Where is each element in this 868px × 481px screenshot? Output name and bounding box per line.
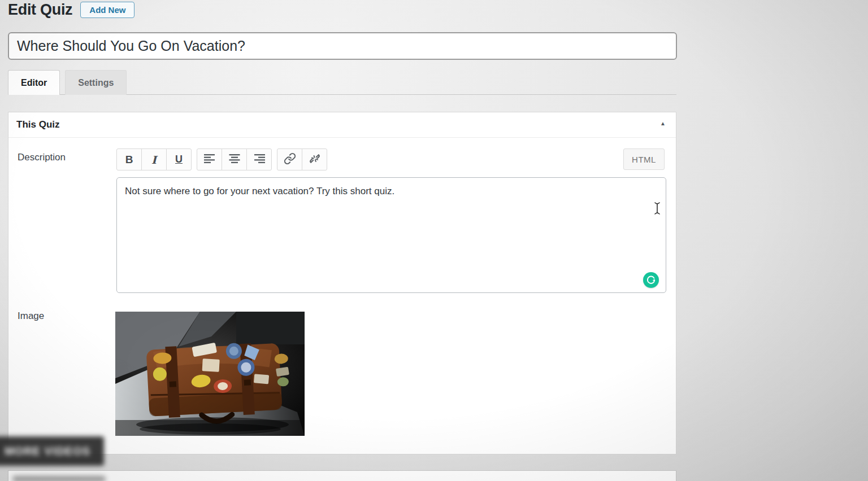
bold-button[interactable]: B bbox=[116, 148, 142, 170]
quiz-title-input[interactable] bbox=[8, 32, 677, 60]
page-header: Edit Quiz Add New bbox=[8, 1, 134, 19]
panel-header: This Quiz ▲ bbox=[8, 112, 676, 138]
underline-icon: U bbox=[175, 154, 183, 165]
align-right-button[interactable] bbox=[246, 148, 272, 170]
italic-icon: I bbox=[151, 154, 157, 166]
align-left-button[interactable] bbox=[197, 148, 222, 170]
grammarly-icon[interactable] bbox=[643, 272, 659, 288]
align-center-button[interactable] bbox=[222, 148, 247, 170]
add-new-button[interactable]: Add New bbox=[80, 2, 134, 18]
link-button-group bbox=[277, 148, 327, 170]
remove-link-button[interactable] bbox=[302, 148, 327, 170]
alignment-button-group bbox=[197, 148, 272, 170]
underline-button[interactable]: U bbox=[166, 148, 192, 170]
description-label: Description bbox=[18, 152, 66, 163]
collapse-panel-button[interactable]: ▲ bbox=[660, 120, 666, 126]
quiz-featured-image[interactable] bbox=[115, 312, 305, 436]
more-videos-watermark: MORE VIDEOS bbox=[0, 436, 104, 466]
bold-icon: B bbox=[125, 154, 133, 166]
this-quiz-panel: This Quiz ▲ Description B I U bbox=[8, 112, 676, 454]
align-right-icon bbox=[254, 154, 265, 165]
align-center-icon bbox=[229, 154, 240, 165]
insert-link-button[interactable] bbox=[277, 148, 302, 170]
description-textarea[interactable]: Not sure where to go for your next vacat… bbox=[116, 177, 666, 293]
image-label: Image bbox=[18, 311, 44, 322]
tab-bar: Editor Settings bbox=[8, 70, 127, 95]
next-panel-partial bbox=[8, 470, 676, 481]
description-text: Not sure where to go for your next vacat… bbox=[125, 186, 394, 196]
text-cursor-icon bbox=[653, 202, 661, 219]
page-title: Edit Quiz bbox=[8, 1, 72, 19]
tab-editor[interactable]: Editor bbox=[8, 70, 60, 95]
suitcase-photo bbox=[115, 312, 305, 436]
align-left-icon bbox=[204, 154, 215, 165]
italic-button[interactable]: I bbox=[141, 148, 167, 170]
text-style-button-group: B I U bbox=[116, 148, 192, 170]
tab-settings[interactable]: Settings bbox=[65, 70, 127, 95]
html-mode-button[interactable]: HTML bbox=[623, 148, 665, 170]
link-icon bbox=[284, 152, 296, 167]
wordpress-quiz-editor-screen: Edit Quiz Add New Editor Settings This Q… bbox=[0, 0, 868, 481]
watermark-text: MORE VIDEOS bbox=[5, 445, 90, 458]
panel-title: This Quiz bbox=[16, 119, 60, 130]
description-toolbar: B I U bbox=[116, 148, 327, 170]
blurred-text-smudge bbox=[12, 476, 106, 481]
unlink-icon bbox=[309, 152, 321, 167]
